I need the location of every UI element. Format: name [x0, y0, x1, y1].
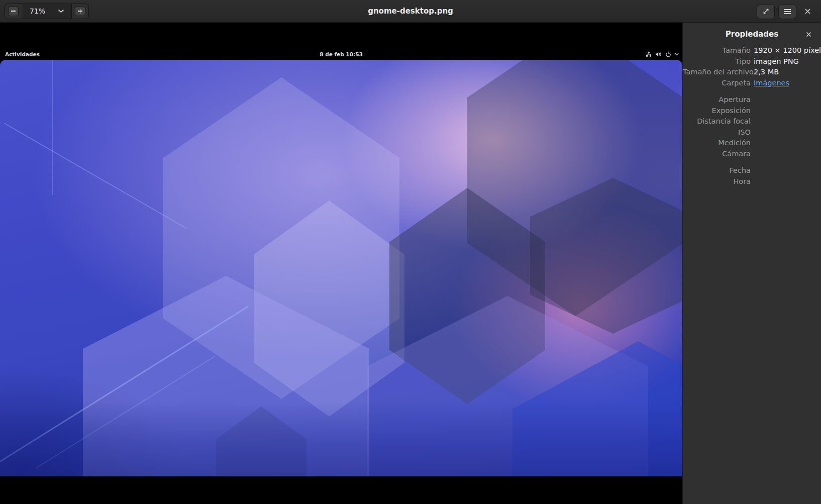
close-icon	[806, 32, 811, 37]
property-label: Tipo	[683, 56, 751, 67]
property-row: Tipo imagen PNG	[683, 56, 821, 67]
chevron-down-icon	[675, 53, 679, 56]
property-row: Apertura	[683, 94, 821, 106]
property-value: 2,3 MB	[754, 67, 821, 78]
property-value	[754, 165, 821, 176]
property-value	[754, 138, 821, 149]
wallpaper-line	[52, 60, 53, 195]
menu-button[interactable]	[778, 4, 796, 19]
properties-panel-header: Propiedades	[683, 23, 821, 39]
property-value	[754, 127, 821, 138]
power-icon	[665, 51, 671, 57]
screenshot-shell-topbar: Actividades 8 de feb 10:53	[0, 48, 682, 60]
property-label: Apertura	[683, 94, 751, 106]
property-value: 1920 × 1200 píxeles	[754, 45, 821, 56]
property-label: Tamaño	[683, 45, 751, 56]
property-row: Distancia focal	[683, 116, 821, 127]
zoom-level-dropdown[interactable]: 71%	[22, 4, 72, 19]
property-value: Imágenes	[754, 78, 821, 89]
property-label: Hora	[683, 176, 751, 187]
property-row: Carpeta Imágenes	[683, 78, 821, 89]
panel-close-button[interactable]	[802, 28, 814, 40]
property-label: Distancia focal	[683, 116, 751, 127]
screenshot-status-icons	[646, 48, 679, 60]
fullscreen-button[interactable]	[757, 4, 775, 19]
properties-panel: Propiedades Tamaño 1920 × 1200 píxeles T…	[682, 23, 821, 504]
zoom-out-button[interactable]	[5, 4, 22, 19]
chevron-down-icon	[58, 9, 64, 13]
property-label: Cámara	[683, 149, 751, 160]
close-icon	[804, 8, 811, 15]
header-bar: gnome-desktop.png 71%	[0, 0, 821, 23]
property-row: Tamaño 1920 × 1200 píxeles	[683, 45, 821, 56]
property-label: Fecha	[683, 165, 751, 176]
property-row: Tamaño del archivo 2,3 MB	[683, 67, 821, 78]
property-label: Medición	[683, 138, 751, 149]
window-title: gnome-desktop.png	[0, 7, 821, 16]
main-content: Actividades 8 de feb 10:53	[0, 23, 821, 504]
property-row: ISO	[683, 127, 821, 138]
properties-group-general: Tamaño 1920 × 1200 píxeles Tipo imagen P…	[683, 45, 821, 88]
property-row: Fecha	[683, 165, 821, 176]
plus-icon	[78, 9, 82, 14]
hamburger-menu-icon	[783, 9, 791, 15]
property-value: imagen PNG	[754, 56, 821, 67]
property-row: Cámara	[683, 149, 821, 160]
zoom-controls: 71%	[5, 4, 89, 19]
properties-group-camera: Apertura Exposición Distancia focal ISO …	[683, 94, 821, 159]
properties-panel-title: Propiedades	[683, 30, 821, 39]
window-close-button[interactable]	[800, 4, 815, 19]
property-row: Exposición	[683, 106, 821, 117]
property-value	[754, 106, 821, 117]
property-label: Carpeta	[683, 78, 751, 89]
properties-list: Tamaño 1920 × 1200 píxeles Tipo imagen P…	[683, 45, 821, 187]
property-label: Tamaño del archivo	[683, 67, 751, 78]
volume-icon	[655, 51, 662, 57]
network-wired-icon	[646, 51, 652, 57]
property-label: Exposición	[683, 106, 751, 117]
minus-icon	[11, 11, 16, 12]
property-value	[754, 94, 821, 106]
screenshot-wallpaper	[0, 60, 682, 476]
zoom-in-button[interactable]	[72, 4, 88, 19]
image-viewport: Actividades 8 de feb 10:53	[0, 23, 682, 504]
property-value	[754, 176, 821, 187]
screenshot-clock: 8 de feb 10:53	[0, 51, 682, 57]
property-value	[754, 149, 821, 160]
wallpaper-bottom-shade	[0, 401, 682, 476]
property-row: Medición	[683, 138, 821, 149]
header-actions	[757, 0, 815, 23]
property-label: ISO	[683, 127, 751, 138]
zoom-level-value: 71%	[30, 7, 45, 15]
properties-group-datetime: Fecha Hora	[683, 165, 821, 187]
wallpaper-line	[4, 123, 187, 229]
folder-link[interactable]: Imágenes	[754, 79, 789, 87]
property-value	[754, 116, 821, 127]
property-row: Hora	[683, 176, 821, 187]
fullscreen-icon	[762, 8, 770, 15]
